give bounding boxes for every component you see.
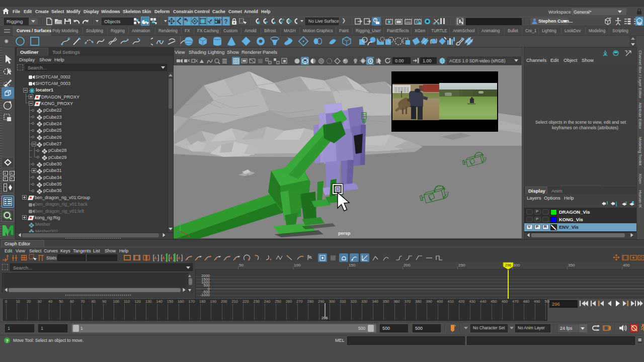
- svg-text:IPR: IPR: [406, 21, 411, 24]
- svg-text:x: x: [188, 234, 190, 238]
- svg-text:persp: persp: [338, 231, 351, 236]
- svg-text:296: 296: [505, 263, 512, 267]
- svg-text:?: ?: [224, 18, 227, 25]
- svg-text:y: y: [178, 219, 180, 223]
- svg-text:A: A: [248, 257, 250, 261]
